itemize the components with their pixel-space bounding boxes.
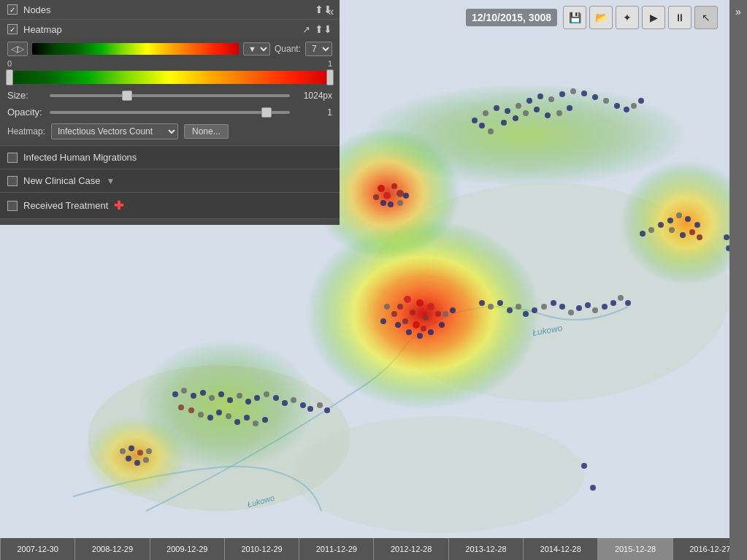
datetime-label: 12/10/2015, 3008 (466, 9, 557, 26)
quant-select[interactable]: 7 (305, 42, 332, 56)
svg-point-17 (526, 98, 532, 104)
svg-point-113 (307, 406, 313, 412)
gradient-bar[interactable] (7, 71, 332, 84)
svg-point-6 (621, 161, 747, 285)
size-slider-track[interactable] (50, 94, 290, 97)
svg-point-67 (559, 304, 565, 310)
right-collapse-icon: » (735, 6, 741, 18)
color-arrows-icon[interactable]: ◁▷ (7, 42, 28, 56)
svg-point-95 (388, 202, 394, 207)
timeline-tick-4[interactable]: 2011-12-29 (299, 538, 373, 560)
svg-point-120 (216, 410, 222, 415)
svg-point-41 (416, 299, 424, 307)
svg-point-72 (602, 304, 608, 310)
save-button[interactable]: 💾 (563, 6, 586, 29)
infected-human-migrations-checkbox[interactable] (7, 153, 18, 163)
cursor-tool-button[interactable]: ↖ (694, 6, 718, 29)
gradient-handle-right[interactable] (326, 69, 334, 85)
timeline-tick-7[interactable]: 2014-12-28 (523, 538, 597, 560)
svg-point-80 (676, 212, 682, 218)
right-collapse-button[interactable]: » (729, 0, 747, 560)
svg-point-115 (324, 407, 330, 413)
svg-point-39 (404, 296, 411, 303)
svg-point-54 (443, 311, 448, 317)
svg-point-25 (614, 103, 620, 109)
svg-point-42 (423, 315, 429, 321)
svg-point-56 (384, 304, 390, 310)
svg-point-119 (207, 415, 213, 421)
svg-point-32 (513, 115, 518, 121)
size-slider-thumb[interactable] (122, 91, 132, 101)
svg-point-128 (137, 450, 143, 456)
play-icon: ▶ (650, 12, 658, 23)
size-slider-row: Size: 1024px (0, 87, 340, 104)
size-label: Size: (7, 90, 44, 101)
svg-point-100 (191, 393, 196, 399)
heatmap-type-select[interactable]: Infectious Vectors Count New Clinical Ca… (51, 123, 178, 139)
timeline-tick-6[interactable]: 2013-12-28 (448, 538, 523, 560)
opacity-slider-thumb[interactable] (261, 107, 272, 118)
svg-point-55 (450, 307, 456, 313)
svg-point-22 (581, 91, 587, 96)
panel-collapse-button[interactable]: « (322, 0, 340, 23)
svg-point-50 (406, 329, 412, 335)
add-button[interactable]: ✦ (616, 6, 639, 29)
pause-button[interactable]: ⏸ (668, 6, 692, 29)
svg-point-14 (494, 105, 499, 111)
heatmap-external-icon[interactable]: ↗ (302, 24, 310, 35)
play-button[interactable]: ▶ (642, 6, 665, 29)
svg-point-121 (226, 413, 231, 419)
svg-point-122 (234, 419, 240, 425)
svg-point-27 (631, 103, 637, 109)
received-treatment-checkbox[interactable] (7, 201, 18, 211)
left-panel: « Nodes ⬆⬇ Heatmap ↗ ⬆⬇ ◁▷ (0, 0, 340, 225)
svg-point-34 (534, 107, 540, 112)
svg-point-43 (427, 303, 434, 310)
svg-point-57 (380, 318, 386, 324)
timeline-tick-0[interactable]: 2007-12-30 (0, 538, 74, 560)
timeline-tick-5[interactable]: 2012-12-28 (373, 538, 448, 560)
range-min: 0 (7, 59, 12, 68)
svg-point-16 (516, 103, 521, 109)
svg-point-87 (724, 234, 729, 240)
color-gradient-small (32, 43, 239, 55)
svg-point-102 (209, 395, 215, 401)
timeline-tick-2[interactable]: 2009-12-29 (150, 538, 224, 560)
timeline-tick-3[interactable]: 2010-12-29 (224, 538, 299, 560)
svg-point-44 (435, 311, 441, 317)
timeline-tick-8[interactable]: 2015-12-28 (597, 538, 672, 560)
svg-point-86 (697, 234, 702, 240)
svg-point-68 (568, 310, 574, 315)
heatmap-header: Heatmap ↗ ⬆⬇ (0, 20, 340, 39)
new-clinical-case-dropdown-icon[interactable]: ▼ (106, 176, 115, 186)
svg-point-73 (610, 300, 616, 306)
add-icon: ✦ (623, 12, 632, 23)
svg-point-94 (380, 200, 386, 206)
color-scheme-dropdown[interactable]: ▼ (243, 42, 270, 55)
open-button[interactable]: 📂 (589, 6, 613, 29)
timeline-tick-1[interactable]: 2008-12-29 (74, 538, 149, 560)
nodes-checkbox[interactable] (7, 4, 18, 15)
gradient-handle-left[interactable] (6, 69, 13, 85)
svg-point-33 (523, 110, 529, 116)
svg-point-31 (501, 120, 507, 126)
new-clinical-case-checkbox[interactable] (7, 176, 18, 186)
range-labels: 0 1 (0, 59, 340, 68)
opacity-slider-track[interactable] (50, 111, 290, 114)
svg-point-103 (218, 391, 224, 397)
svg-point-65 (541, 304, 547, 310)
svg-point-29 (479, 123, 485, 129)
heatmap-none-button[interactable]: None... (184, 124, 229, 139)
heatmap-checkbox[interactable] (7, 24, 18, 34)
nodes-header: Nodes ⬆⬇ (0, 0, 340, 19)
svg-point-46 (413, 321, 420, 329)
timeline: 2007-12-30 2008-12-29 2009-12-29 2010-12… (0, 538, 747, 560)
svg-point-13 (483, 110, 489, 116)
svg-point-8 (139, 340, 314, 471)
svg-point-111 (291, 397, 296, 403)
svg-point-51 (417, 333, 423, 339)
heatmap-sort-arrows[interactable]: ⬆⬇ (315, 23, 332, 35)
svg-point-107 (254, 395, 260, 401)
svg-point-9 (365, 84, 686, 186)
svg-point-132 (143, 457, 149, 463)
